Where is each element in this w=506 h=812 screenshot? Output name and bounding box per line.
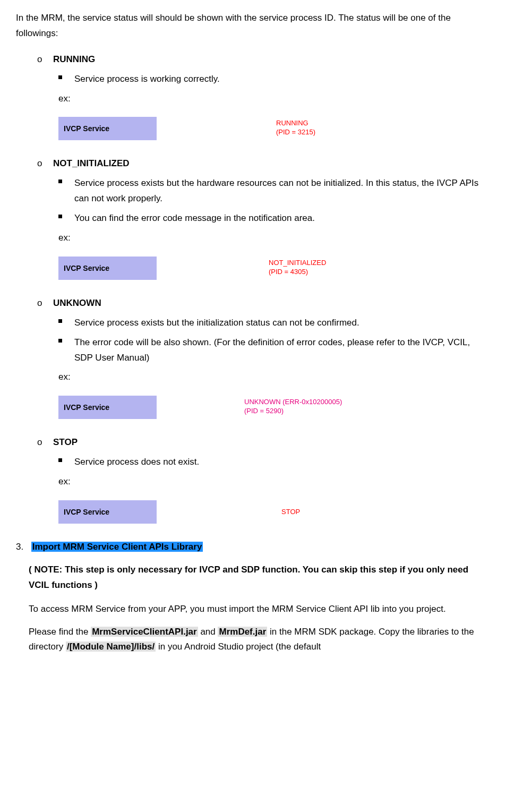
service-status-text: STOP xyxy=(281,508,300,517)
status-screenshot: IVCP ServiceUNKNOWN (ERR-0x10200005) (PI… xyxy=(58,396,473,419)
square-bullet-icon xyxy=(58,215,62,218)
status-screenshot: IVCP ServiceSTOP xyxy=(58,500,473,524)
jar-file-2: MrmDef.jar xyxy=(218,627,267,637)
status-screenshot: IVCP ServiceRUNNING (PID = 3215) xyxy=(58,117,473,140)
example-label: ex: xyxy=(58,230,490,246)
section-paragraph-1: To access MRM Service from your APP, you… xyxy=(29,602,490,617)
status-name: UNKNOWN xyxy=(53,298,101,308)
bullet-text: Service process does not exist. xyxy=(74,457,199,467)
status-heading: oNOT_INITIALIZED xyxy=(37,156,490,172)
status-heading: oRUNNING xyxy=(37,52,490,67)
bullet-text: The error code will be also shown. (For … xyxy=(74,337,470,363)
status-name: STOP xyxy=(53,437,78,447)
status-heading: oUNKNOWN xyxy=(37,296,490,311)
list-marker-o: o xyxy=(37,156,53,172)
example-label: ex: xyxy=(58,91,490,107)
p2-text-b: and xyxy=(198,627,218,637)
status-bullet: Service process exists but the initializ… xyxy=(74,315,490,331)
jar-file-1: MrmServiceClientAPI.jar xyxy=(91,627,198,637)
list-marker-o: o xyxy=(37,296,53,311)
ivcp-service-box: IVCP Service xyxy=(58,500,157,524)
intro-paragraph: In the MRM, the service status will shou… xyxy=(16,11,490,41)
status-name: NOT_INITIALIZED xyxy=(53,158,130,168)
status-bullet: Service process exists but the hardware … xyxy=(74,176,490,207)
status-item: oNOT_INITIALIZEDService process exists b… xyxy=(37,156,490,279)
status-bullet: The error code will be also shown. (For … xyxy=(74,335,490,366)
service-status-text: RUNNING (PID = 3215) xyxy=(276,119,315,137)
status-name: RUNNING xyxy=(53,54,95,64)
service-status-text: UNKNOWN (ERR-0x10200005) (PID = 5290) xyxy=(244,398,342,416)
libs-path: /[Module Name]/libs/ xyxy=(66,642,156,652)
square-bullet-icon xyxy=(58,339,62,343)
square-bullet-icon xyxy=(58,75,62,79)
section-number: 3. xyxy=(16,540,29,555)
square-bullet-icon xyxy=(58,458,62,462)
status-screenshot: IVCP ServiceNOT_INITIALIZED (PID = 4305) xyxy=(58,257,473,280)
example-label: ex: xyxy=(58,370,490,385)
bullet-text: Service process exists but the initializ… xyxy=(74,318,359,328)
list-marker-o: o xyxy=(37,52,53,67)
list-marker-o: o xyxy=(37,435,53,450)
bullet-text: Service process exists but the hardware … xyxy=(74,178,478,203)
section-heading-row: 3. Import MRM Service Client APIs Librar… xyxy=(16,540,490,555)
ivcp-service-box: IVCP Service xyxy=(58,257,157,280)
bullet-text: Service process is working correctly. xyxy=(74,74,220,84)
status-item: oUNKNOWNService process exists but the i… xyxy=(37,296,490,419)
section-title-highlight: Import MRM Service Client APIs Library xyxy=(31,542,203,552)
section-note: ( NOTE: This step is only necessary for … xyxy=(29,562,490,593)
status-item: oSTOPService process does not exist.ex:I… xyxy=(37,435,490,524)
service-status-text: NOT_INITIALIZED (PID = 4305) xyxy=(269,259,326,277)
ivcp-service-box: IVCP Service xyxy=(58,396,157,419)
section-paragraph-2: Please find the MrmServiceClientAPI.jar … xyxy=(29,625,490,655)
status-item: oRUNNINGService process is working corre… xyxy=(37,52,490,141)
status-bullet: Service process does not exist. xyxy=(74,455,490,470)
square-bullet-icon xyxy=(58,319,62,323)
p2-text-d: in you Android Studio project (the defau… xyxy=(156,642,321,652)
p2-text-a: Please find the xyxy=(29,627,91,637)
status-bullet: Service process is working correctly. xyxy=(74,72,490,87)
status-bullet: You can find the error code message in t… xyxy=(74,211,490,226)
example-label: ex: xyxy=(58,474,490,490)
status-heading: oSTOP xyxy=(37,435,490,450)
square-bullet-icon xyxy=(58,180,62,183)
ivcp-service-box: IVCP Service xyxy=(58,117,157,140)
bullet-text: You can find the error code message in t… xyxy=(74,213,315,223)
